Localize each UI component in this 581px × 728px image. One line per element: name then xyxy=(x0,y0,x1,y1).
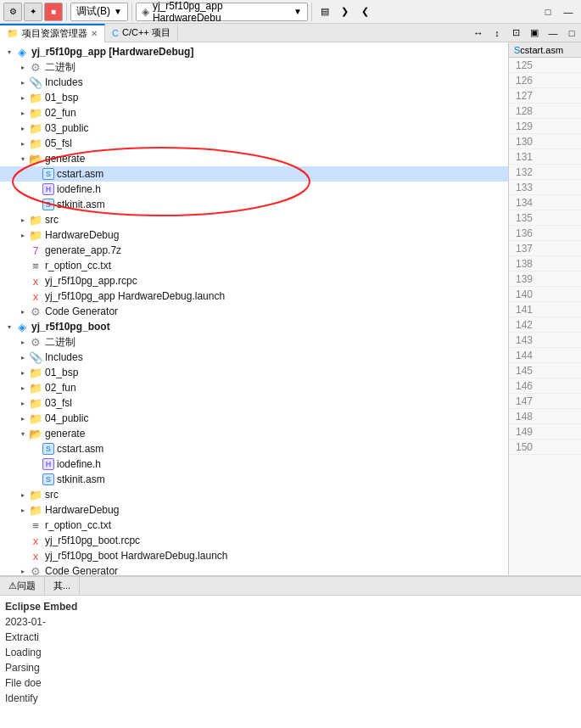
tree-item-roption[interactable]: ≡r_option_cc.txt xyxy=(0,258,508,273)
expand-arrow-src1[interactable]: ▸ xyxy=(17,214,29,226)
expand-arrow-codegen1[interactable]: ▸ xyxy=(17,305,29,317)
toolbar-icon2[interactable]: ❯ xyxy=(336,3,355,21)
tab-project-explorer[interactable]: 📁 项目资源管理器 ✕ xyxy=(0,24,105,42)
tree-item-01bsp2[interactable]: ▸📁01_bsp xyxy=(0,365,508,380)
expand-arrow-root2[interactable]: ▾ xyxy=(3,321,15,333)
project-selector[interactable]: ◈ yj_r5f10pg_app HardwareDebu ▼ xyxy=(136,3,308,21)
expand-arrow-includes2[interactable]: ▸ xyxy=(17,351,29,363)
tree-item-02fun2[interactable]: ▸📁02_fun xyxy=(0,380,508,395)
expand-arrow-01bsp[interactable]: ▸ xyxy=(17,92,29,104)
expand-arrow-genapp[interactable] xyxy=(17,244,29,256)
expand-arrow-roption2[interactable] xyxy=(17,519,29,531)
debug-dropdown[interactable]: 调试(B) ▼ xyxy=(70,3,128,21)
tree-item-cstart2[interactable]: Scstart.asm xyxy=(0,441,508,456)
tree-item-rcpc2[interactable]: xyj_r5f10pg_boot.rcpc xyxy=(0,533,508,548)
tree-item-cstart1[interactable]: Scstart.asm xyxy=(0,166,508,182)
tree-item-05fsl[interactable]: ▸📁05_fsl xyxy=(0,136,508,151)
expand-arrow-includes1[interactable]: ▸ xyxy=(17,76,29,88)
expand-arrow-roption[interactable] xyxy=(17,260,29,272)
tree-item-root2[interactable]: ▾◈yj_r5f10pg_boot xyxy=(0,319,508,334)
tree-item-roption2[interactable]: ≡r_option_cc.txt xyxy=(0,518,508,533)
expand-arrow-launch1[interactable] xyxy=(17,290,29,302)
expand-arrow-binary1[interactable]: ▸ xyxy=(17,61,29,73)
toolbar-icon3[interactable]: ❮ xyxy=(356,3,375,21)
bottom-tab-issues[interactable]: ⚠ 问题 xyxy=(0,577,45,596)
minimize-panel-icon[interactable]: — xyxy=(544,24,562,42)
expand-arrow-rcpc1[interactable] xyxy=(17,275,29,287)
debug-label: 调试(B) xyxy=(76,4,110,19)
collapse-icon[interactable]: ↕ xyxy=(488,24,506,42)
expand-arrow-cstart1[interactable] xyxy=(31,168,42,180)
expand-arrow-02fun2[interactable]: ▸ xyxy=(17,382,29,394)
expand-arrow-iodefine1[interactable] xyxy=(31,183,42,195)
expand-arrow-stkinit2[interactable] xyxy=(31,473,42,485)
expand-arrow-generate2[interactable]: ▾ xyxy=(17,428,29,440)
tree-item-stkinit1[interactable]: Sstkinit.asm xyxy=(0,197,508,212)
tree-item-includes1[interactable]: ▸📎Includes xyxy=(0,75,508,90)
tree-item-includes2[interactable]: ▸📎Includes xyxy=(0,350,508,365)
tree-item-hwdebug1[interactable]: ▸📁HardwareDebug xyxy=(0,227,508,243)
toolbar-icon4[interactable]: □ xyxy=(539,3,557,21)
expand-arrow-01bsp2[interactable]: ▸ xyxy=(17,367,29,378)
tree-item-src1[interactable]: ▸📁src xyxy=(0,212,508,227)
icon-folder: 📁 xyxy=(29,503,42,517)
expand-arrow-hwdebug1[interactable]: ▸ xyxy=(17,229,29,241)
maximize-panel-icon[interactable]: □ xyxy=(562,24,581,42)
tree-item-04public2[interactable]: ▸📁04_public xyxy=(0,411,508,426)
bottom-tab-other[interactable]: 其... xyxy=(45,577,80,596)
toolbar-btn-stop[interactable]: ■ xyxy=(44,3,63,21)
toolbar-btn-settings[interactable]: ⚙ xyxy=(3,3,22,21)
tree-item-launch2[interactable]: xyj_r5f10pg_boot HardwareDebug.launch xyxy=(0,548,508,563)
toolbar-btn-star[interactable]: ✦ xyxy=(24,3,42,21)
expand-arrow-root1[interactable]: ▾ xyxy=(3,46,15,58)
line-number-129: 129 xyxy=(509,119,581,134)
expand-arrow-generate1[interactable]: ▾ xyxy=(17,153,29,165)
tab-cpp-project[interactable]: C C/C++ 项目 xyxy=(105,24,178,42)
filter-icon[interactable]: ⊡ xyxy=(506,24,525,42)
expand-arrow-03public[interactable]: ▸ xyxy=(17,122,29,134)
sync-icon[interactable]: ↔ xyxy=(469,24,488,42)
expand-arrow-launch2[interactable] xyxy=(17,550,29,562)
tree-item-generate2[interactable]: ▾📂generate xyxy=(0,426,508,441)
tree-item-generate1[interactable]: ▾📂generate xyxy=(0,151,508,166)
toolbar-icon1[interactable]: ▤ xyxy=(316,3,334,21)
expand-arrow-05fsl[interactable]: ▸ xyxy=(17,137,29,149)
tree-item-binary1[interactable]: ▸⚙二进制 xyxy=(0,59,508,75)
tree-item-codegen1[interactable]: ▸⚙Code Generator xyxy=(0,304,508,319)
tree-item-launch1[interactable]: xyj_r5f10pg_app HardwareDebug.launch xyxy=(0,288,508,304)
expand-arrow-src2[interactable]: ▸ xyxy=(17,489,29,501)
expand-arrow-03fsl2[interactable]: ▸ xyxy=(17,397,29,409)
tree-item-rcpc1[interactable]: xyj_r5f10pg_app.rcpc xyxy=(0,273,508,288)
tree-item-iodefine2[interactable]: Hiodefine.h xyxy=(0,456,508,472)
label-genapp: generate_app.7z xyxy=(45,244,121,256)
label-01bsp2: 01_bsp xyxy=(45,367,78,378)
expand-arrow-iodefine2[interactable] xyxy=(31,458,42,470)
tree-item-03fsl2[interactable]: ▸📁03_fsl xyxy=(0,395,508,411)
label-rcpc2: yj_r5f10pg_boot.rcpc xyxy=(45,535,140,546)
expand-arrow-02fun[interactable]: ▸ xyxy=(17,107,29,119)
expand-arrow-rcpc2[interactable] xyxy=(17,535,29,546)
expand-arrow-stkinit1[interactable] xyxy=(31,199,42,210)
view-menu-icon[interactable]: ▣ xyxy=(525,24,544,42)
line-number-126: 126 xyxy=(509,73,581,88)
toolbar-icon5[interactable]: — xyxy=(559,3,578,21)
expand-arrow-04public2[interactable]: ▸ xyxy=(17,412,29,424)
tree-item-01bsp[interactable]: ▸📁01_bsp xyxy=(0,90,508,105)
tree-item-genapp[interactable]: 7generate_app.7z xyxy=(0,243,508,258)
tab-close-project-explorer[interactable]: ✕ xyxy=(91,29,98,38)
tree-item-hwdebug2[interactable]: ▸📁HardwareDebug xyxy=(0,502,508,518)
icon-folder: 📁 xyxy=(29,366,42,379)
tree-item-iodefine1[interactable]: Hiodefine.h xyxy=(0,182,508,197)
tree-item-03public[interactable]: ▸📁03_public xyxy=(0,120,508,136)
tree-item-root1[interactable]: ▾◈yj_r5f10pg_app [HardwareDebug] xyxy=(0,44,508,59)
expand-arrow-cstart2[interactable] xyxy=(31,443,42,455)
tree-item-stkinit2[interactable]: Sstkinit.asm xyxy=(0,472,508,487)
expand-arrow-codegen2[interactable]: ▸ xyxy=(17,565,29,575)
tree-item-binary2[interactable]: ▸⚙二进制 xyxy=(0,334,508,350)
expand-arrow-hwdebug2[interactable]: ▸ xyxy=(17,504,29,516)
tree-item-src2[interactable]: ▸📁src xyxy=(0,487,508,502)
label-roption: r_option_cc.txt xyxy=(45,260,111,272)
tree-item-02fun[interactable]: ▸📁02_fun xyxy=(0,105,508,120)
tree-item-codegen2[interactable]: ▸⚙Code Generator xyxy=(0,563,508,575)
expand-arrow-binary2[interactable]: ▸ xyxy=(17,336,29,348)
